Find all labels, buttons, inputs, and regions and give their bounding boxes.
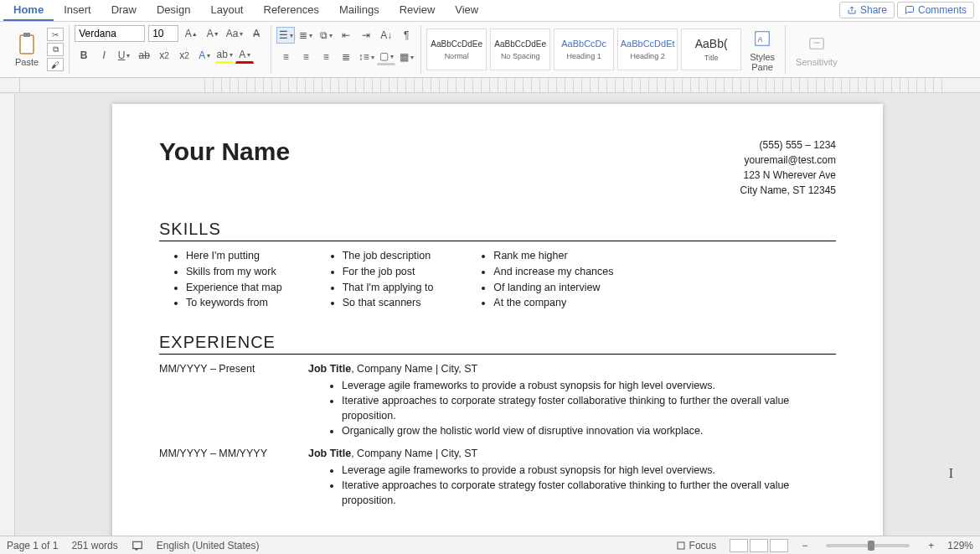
bullets-button[interactable]: ☰▾ (276, 27, 295, 44)
bold-button[interactable]: B (75, 47, 93, 64)
copy-button[interactable]: ⧉ (47, 43, 64, 56)
text-cursor-icon: I (949, 466, 953, 481)
multilevel-list-button[interactable]: ⧉▾ (317, 27, 335, 44)
experience-entry-2[interactable]: MM/YYYY – MM/YYYY Job Title, Company Nam… (159, 448, 836, 508)
resume-contact[interactable]: (555) 555 – 1234 youremail@test.com 123 … (740, 137, 837, 198)
align-center-button[interactable]: ≡ (297, 49, 315, 65)
clear-formatting-button[interactable]: A̶ (247, 25, 266, 42)
change-case-button[interactable]: Aa▾ (225, 25, 244, 42)
focus-mode-button[interactable]: Focus (676, 540, 717, 551)
align-right-button[interactable]: ≡ (317, 49, 335, 65)
sensitivity-icon (805, 32, 828, 55)
view-print-icon[interactable] (750, 539, 768, 552)
view-read-icon[interactable] (730, 539, 748, 552)
status-page[interactable]: Page 1 of 1 (7, 540, 58, 551)
svg-text:A: A (758, 35, 764, 44)
show-marks-button[interactable]: ¶ (397, 27, 415, 44)
ruler-horizontal[interactable] (0, 78, 980, 93)
comments-label: Comments (918, 4, 967, 16)
status-language[interactable]: English (United States) (157, 540, 260, 551)
strikethrough-button[interactable]: ab (135, 47, 153, 64)
section-skills-heading[interactable]: SKILLS (159, 220, 836, 241)
italic-button[interactable]: I (95, 47, 113, 64)
tab-references[interactable]: References (254, 0, 329, 21)
styles-pane-icon: A (750, 27, 774, 50)
svg-rect-4 (810, 39, 824, 49)
tab-mailings[interactable]: Mailings (329, 0, 389, 21)
tab-layout[interactable]: Layout (200, 0, 253, 21)
font-name-select[interactable] (75, 25, 145, 42)
sort-button[interactable]: A↓ (377, 27, 395, 44)
align-left-button[interactable]: ≡ (276, 49, 295, 65)
resume-name[interactable]: Your Name (159, 137, 290, 166)
paste-label: Paste (15, 57, 39, 67)
view-mode-icons (730, 539, 788, 552)
tab-review[interactable]: Review (389, 0, 446, 21)
underline-button[interactable]: U▾ (115, 47, 133, 64)
borders-button[interactable]: ▦▾ (397, 49, 415, 65)
zoom-in-button[interactable]: + (928, 540, 934, 551)
decrease-font-button[interactable]: A▼ (204, 25, 222, 42)
ribbon: Paste ✂ ⧉ 🖌 A▲ A▼ Aa▾ A̶ B I U▾ ab x2 x2… (0, 22, 980, 78)
numbering-button[interactable]: ≣▾ (297, 27, 315, 44)
tab-design[interactable]: Design (147, 0, 200, 21)
status-bar: Page 1 of 1 251 words English (United St… (0, 536, 980, 554)
tab-view[interactable]: View (445, 0, 488, 21)
zoom-level[interactable]: 129% (947, 540, 973, 551)
svg-rect-5 (133, 541, 142, 548)
superscript-button[interactable]: x2 (175, 47, 193, 64)
tab-insert[interactable]: Insert (54, 0, 101, 21)
shading-button[interactable]: ▢▾ (377, 49, 395, 65)
comments-button[interactable]: Comments (897, 2, 974, 18)
skills-col-2: The job description For the job post Tha… (316, 248, 434, 311)
style-heading1[interactable]: AaBbCcDc Heading 1 (554, 28, 614, 70)
document-canvas[interactable]: Your Name (555) 555 – 1234 youremail@tes… (15, 94, 980, 536)
group-sensitivity: Sensitivity (786, 25, 848, 74)
text-effects-button[interactable]: A▾ (195, 47, 214, 64)
highlight-button[interactable]: ab▾ (215, 47, 234, 64)
workspace: Your Name (555) 555 – 1234 youremail@tes… (0, 94, 980, 536)
ruler-vertical[interactable] (0, 94, 15, 536)
status-word-count[interactable]: 251 words (71, 540, 117, 551)
paste-button[interactable]: Paste (10, 25, 44, 74)
increase-indent-button[interactable]: ⇥ (357, 27, 375, 44)
view-web-icon[interactable] (770, 539, 788, 552)
section-experience-heading[interactable]: EXPERIENCE (159, 333, 836, 355)
experience-entry-1[interactable]: MM/YYYY – Present Job Title, Company Nam… (159, 363, 836, 439)
clipboard-icon (15, 32, 39, 55)
skills-col-3: Rank me higher And increase my chances O… (467, 248, 613, 311)
group-paragraph: ☰▾ ≣▾ ⧉▾ ⇤ ⇥ A↓ ¶ ≡ ≡ ≡ ≣ ↕≡▾ ▢▾ ▦▾ (271, 25, 421, 74)
justify-button[interactable]: ≣ (337, 49, 355, 65)
styles-pane-button[interactable]: A Styles Pane (745, 25, 780, 74)
decrease-indent-button[interactable]: ⇤ (337, 27, 355, 44)
group-clipboard: Paste ✂ ⧉ 🖌 (5, 25, 70, 74)
line-spacing-button[interactable]: ↕≡▾ (357, 49, 375, 65)
zoom-out-button[interactable]: − (802, 540, 807, 551)
svg-rect-6 (678, 542, 684, 549)
group-font: A▲ A▼ Aa▾ A̶ B I U▾ ab x2 x2 A▾ ab▾ A▾ (70, 25, 271, 74)
tab-home[interactable]: Home (3, 0, 54, 21)
format-painter-button[interactable]: 🖌 (47, 58, 64, 71)
font-color-button[interactable]: A▾ (235, 47, 254, 64)
style-normal[interactable]: AaBbCcDdEe Normal (426, 28, 487, 70)
svg-rect-1 (23, 33, 30, 37)
font-size-select[interactable] (148, 25, 178, 42)
document-page[interactable]: Your Name (555) 555 – 1234 youremail@tes… (112, 104, 883, 536)
tab-draw[interactable]: Draw (101, 0, 147, 21)
skills-col-1: Here I'm putting Skills from my work Exp… (159, 248, 282, 311)
cut-button[interactable]: ✂ (47, 28, 64, 41)
increase-font-button[interactable]: A▲ (182, 25, 200, 42)
sensitivity-button[interactable]: Sensitivity (791, 25, 843, 74)
zoom-slider[interactable] (826, 544, 910, 547)
menu-tabs: Home Insert Draw Design Layout Reference… (0, 0, 980, 22)
style-title[interactable]: AaBb( Title (681, 28, 741, 70)
svg-rect-0 (20, 35, 34, 54)
share-label: Share (860, 4, 887, 16)
group-styles: AaBbCcDdEe Normal AaBbCcDdEe No Spacing … (421, 25, 786, 74)
style-no-spacing[interactable]: AaBbCcDdEe No Spacing (490, 28, 550, 70)
style-heading2[interactable]: AaBbCcDdEt Heading 2 (617, 28, 678, 70)
share-button[interactable]: Share (839, 2, 895, 18)
status-spellcheck[interactable] (132, 540, 143, 551)
skills-columns[interactable]: Here I'm putting Skills from my work Exp… (159, 248, 836, 311)
subscript-button[interactable]: x2 (155, 47, 173, 64)
